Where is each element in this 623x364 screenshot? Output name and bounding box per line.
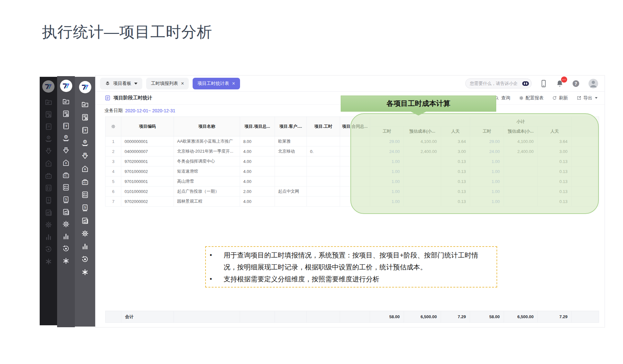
close-icon[interactable]: × [232,81,235,86]
sidebar-item-report-user[interactable] [57,107,75,120]
cell: 4,100.00 [504,136,538,147]
导出-button[interactable]: 导出 [577,95,598,101]
sidebar-item-down-badge-yen[interactable]: ¥ [75,149,95,162]
sidebar-item-report-chart[interactable] [57,206,75,218]
查询-button[interactable]: 查询 [494,95,510,101]
sidebar-item-ledger-yen[interactable]: ¥ [57,120,75,132]
sidebar-item-ledger-dollar[interactable]: $ [40,194,57,206]
column-settings-button[interactable] [106,117,121,136]
sidebar-item-asterisk[interactable] [75,266,95,278]
sidebar-item-calculator[interactable] [40,182,57,194]
sidebar-item-calculator[interactable] [75,188,95,201]
svg-text:$: $ [47,198,50,202]
tab-3[interactable]: 项目工时统计表× [193,78,240,89]
sidebar-item-hand-coin[interactable]: ¥ [40,133,57,145]
col-header-contract[interactable]: 项目.合同总... [340,117,370,136]
sidebar-item-calculator[interactable] [57,181,75,193]
sidebar-item-ledger-dollar[interactable]: $ [57,193,75,206]
table-row[interactable]: 10000000001AA欧莱雅淡斑小蓝瓶上市推广8.00欧莱雅29.004,1… [106,136,599,147]
phone-button[interactable] [539,79,548,88]
sidebar-item-down-badge-yen[interactable]: ¥ [57,144,75,157]
tab-1[interactable]: 项目看板 [100,78,142,89]
sidebar-item-cashbox[interactable]: ¥= [57,169,75,181]
sidebar-item-folder[interactable] [57,95,75,107]
assistant-robot-button[interactable] [521,79,530,88]
sidebar-item-report-chart[interactable] [75,214,95,227]
table-row[interactable]: 59701000001高山滑雪4.001.000.131.000.13 [106,177,599,187]
col-header-code[interactable]: 项目编码 [121,117,174,136]
app-logo[interactable] [79,81,91,93]
sub-header-days-1[interactable]: 人天 [441,126,470,136]
sidebar-item-gear[interactable] [57,218,75,230]
table-row[interactable]: 39702000001冬奥会指挥调度中心4.001.000.131.000.13 [106,157,599,167]
sidebar-item-ledger-yen[interactable]: ¥ [75,124,95,136]
export-icon [577,96,582,101]
sidebar-item-folder[interactable] [40,96,57,108]
sidebar-item-house-yen[interactable]: ¥ [75,162,95,175]
sidebar-item-timer[interactable] [75,253,95,266]
sidebar-item-down-badge-yen[interactable]: ¥ [40,145,57,157]
sub-header-days-2[interactable]: 人天 [538,126,572,136]
sub-header-hours-2[interactable]: 工时 [470,126,504,136]
cell: 2,400.00 [404,147,441,157]
cell: 24.00 [370,147,404,157]
sidebar-item-report-user[interactable] [75,111,95,124]
note-box: • 用于查询项目的工时填报情况，系统预置：按项目、按项目+阶段、按部门统计工时情… [205,246,497,288]
report-user-icon [81,113,89,121]
search-input[interactable] [470,81,521,86]
sidebar-item-ledger-dollar[interactable]: $ [75,201,95,214]
配置报表-button[interactable]: 配置报表 [519,95,544,101]
刷新-button[interactable]: 刷新 [552,95,568,101]
sub-header-cost-1[interactable]: 预估成本(小... [404,126,441,136]
sidebar-item-asterisk[interactable] [40,255,57,268]
sidebar-item-bar-chart[interactable] [40,231,57,243]
cell: 0.13 [441,187,470,197]
sidebar-item-bar-chart[interactable] [57,230,75,242]
col-header-total[interactable]: 项目.项目总... [240,117,275,136]
sidebar-item-report-chart[interactable] [40,206,57,218]
sidebar-item-timer[interactable] [40,243,57,255]
col-header-hours[interactable]: 项目.工时 [307,117,340,136]
table-row[interactable]: 60101000002起点广告投放（一期）2.00起点中文网1.000.131.… [106,187,599,197]
sidebar-item-cashbox[interactable]: ¥= [40,169,57,182]
gear-icon [45,221,53,229]
help-button[interactable]: ? [572,79,580,88]
sidebar-item-asterisk[interactable] [57,255,75,267]
sidebar-item-gear[interactable] [40,218,57,231]
sub-header-hours-1[interactable]: 工时 [370,126,404,136]
table-row[interactable]: 49701000002短道速滑馆4.001.000.131.000.13 [106,167,599,177]
sidebar-item-house-yen[interactable]: ¥ [57,157,75,169]
sidebar-item-timer[interactable] [57,242,75,255]
assistant-search[interactable] [465,78,532,88]
tab-2[interactable]: 工时填报列表× [146,78,189,89]
sub-header-cost-2[interactable]: 预估成本(小... [504,126,538,136]
sidebar-item-report-user[interactable] [40,108,57,120]
sidebar-item-bar-chart[interactable] [75,240,95,253]
col-header-name[interactable]: 项目名称 [174,117,240,136]
bell-button[interactable]: ... [556,79,564,88]
sidebar-item-hand-coin[interactable]: ¥ [57,132,75,144]
svg-text:¥: ¥ [65,135,67,138]
cell: 4.00 [240,147,275,157]
close-icon[interactable]: × [181,81,184,86]
sidebar-item-cashbox[interactable]: ¥= [75,175,95,188]
total-hours-1: 58.00 [370,311,404,323]
folder-icon [81,100,89,108]
cell: 9702000002 [121,197,174,207]
table-row[interactable]: 20400000007北京移动-2021年第一季度开...4.00北京移动0.2… [106,147,599,157]
sidebar-item-house-yen[interactable]: ¥ [40,157,57,169]
date-range-filter[interactable]: 2020-12-01~ 2020-12-31 [125,108,175,113]
cell: 9701000001 [121,177,174,187]
sidebar-item-gear[interactable] [75,227,95,240]
app-logo[interactable] [42,80,55,93]
cell [340,136,370,147]
cashbox-icon: ¥= [81,178,89,186]
sidebar-item-hand-coin[interactable]: ¥ [75,136,95,149]
avatar-button[interactable] [588,78,599,89]
col-header-customer[interactable]: 项目.客户.... [275,117,307,136]
table-row[interactable]: 79702000002园林景观工程4.001.000.131.000.13 [106,197,599,207]
app-logo[interactable] [60,80,72,92]
sidebar-item-ledger-yen[interactable]: ¥ [40,120,57,133]
sidebar-item-folder[interactable] [75,98,95,111]
annotation-callout: 各项目工时成本计算 [341,96,496,112]
